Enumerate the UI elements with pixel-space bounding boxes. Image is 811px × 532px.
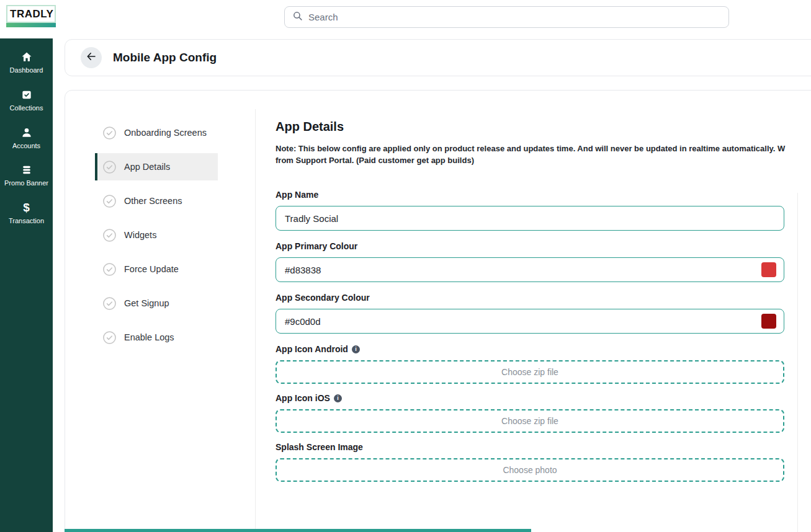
accounts-icon	[20, 126, 33, 139]
check-circle-icon	[102, 262, 117, 277]
steps-form-divider	[255, 109, 256, 532]
check-circle-icon	[102, 160, 117, 174]
search-icon	[292, 11, 303, 24]
step-force-update[interactable]: Force Update	[95, 255, 218, 283]
transaction-icon: $	[23, 202, 30, 214]
app-name-input[interactable]	[276, 206, 784, 231]
back-button[interactable]	[81, 47, 102, 68]
check-circle-icon	[102, 296, 117, 311]
sidebar: Dashboard Collections Accounts P	[0, 38, 53, 532]
config-steps-list: Onboarding Screens App Details Other Scr…	[95, 119, 218, 358]
step-label: Onboarding Screens	[124, 128, 207, 138]
primary-colour-input[interactable]	[276, 257, 784, 282]
primary-colour-swatch[interactable]	[761, 262, 776, 277]
step-app-details[interactable]: App Details	[95, 153, 218, 180]
step-widgets[interactable]: Widgets	[95, 221, 218, 249]
app-icon-android-field: App Icon Android i Choose zip file	[276, 344, 784, 384]
upload-label: Choose zip file	[501, 367, 558, 377]
sidebar-item-dashboard[interactable]: Dashboard	[0, 51, 53, 75]
step-label: Get Signup	[124, 298, 169, 308]
sidebar-item-label: Dashboard	[10, 66, 43, 75]
form-title: App Details	[276, 120, 784, 134]
scrollbar-track[interactable]	[797, 193, 798, 532]
primary-colour-field: App Primary Colour	[276, 241, 784, 282]
search-input[interactable]	[308, 12, 721, 22]
info-icon[interactable]: i	[334, 394, 342, 402]
page-title: Mobile App Config	[113, 51, 217, 64]
secondary-colour-label: App Secondary Colour	[276, 293, 784, 303]
app-icon-ios-upload[interactable]: Choose zip file	[276, 409, 784, 433]
arrow-left-icon	[86, 51, 97, 64]
primary-colour-label: App Primary Colour	[276, 241, 784, 251]
app-icon-android-upload[interactable]: Choose zip file	[276, 360, 784, 384]
splash-screen-label: Splash Screen Image	[276, 442, 363, 452]
topbar: TRADLY	[0, 0, 811, 38]
sidebar-item-promo-banner[interactable]: Promo Banner	[0, 164, 53, 188]
step-onboarding-screens[interactable]: Onboarding Screens	[95, 119, 218, 146]
step-enable-logs[interactable]: Enable Logs	[95, 324, 218, 351]
note-line-1: Note: This below config are applied only…	[276, 143, 811, 154]
tradly-logo: TRADLY	[6, 5, 56, 27]
collections-icon	[20, 89, 33, 101]
app-icon-ios-field: App Icon iOS i Choose zip file	[276, 393, 784, 433]
upload-label: Choose zip file	[501, 416, 558, 426]
splash-screen-upload[interactable]: Choose photo	[276, 458, 784, 482]
check-circle-icon	[102, 126, 117, 140]
sidebar-item-transaction[interactable]: $ Transaction	[0, 202, 53, 226]
splash-screen-field: Splash Screen Image Choose photo	[276, 442, 784, 482]
config-note: Note: This below config are applied only…	[276, 143, 811, 166]
secondary-colour-swatch[interactable]	[761, 314, 776, 329]
sidebar-item-label: Collections	[10, 104, 43, 113]
app-icon-ios-label: App Icon iOS	[276, 393, 330, 403]
check-circle-icon	[102, 330, 117, 345]
app-icon-android-label: App Icon Android	[276, 344, 348, 354]
sidebar-item-label: Promo Banner	[4, 179, 48, 188]
sidebar-item-label: Accounts	[12, 142, 40, 151]
upload-label: Choose photo	[503, 465, 557, 475]
step-label: Other Screens	[124, 196, 182, 206]
search-bar[interactable]	[284, 6, 729, 28]
sidebar-item-collections[interactable]: Collections	[0, 89, 53, 113]
app-name-label: App Name	[276, 190, 784, 200]
home-icon	[20, 51, 33, 63]
step-label: App Details	[124, 162, 170, 172]
note-line-2: from Support Portal. (Paid customer get …	[276, 154, 811, 166]
app-name-field: App Name	[276, 190, 784, 231]
step-label: Widgets	[124, 230, 156, 240]
app-details-form: App Details Note: This below config are …	[276, 120, 784, 491]
promo-banner-icon	[20, 164, 33, 176]
step-label: Enable Logs	[124, 332, 174, 342]
sidebar-item-label: Transaction	[9, 217, 44, 226]
logo-text: TRADLY	[6, 5, 56, 23]
config-card: Onboarding Screens App Details Other Scr…	[65, 90, 811, 532]
step-get-signup[interactable]: Get Signup	[95, 290, 218, 317]
page-header-card: Mobile App Config	[65, 39, 811, 76]
secondary-colour-input[interactable]	[276, 309, 784, 334]
check-circle-icon	[102, 228, 117, 242]
sidebar-item-accounts[interactable]: Accounts	[0, 126, 53, 151]
step-other-screens[interactable]: Other Screens	[95, 187, 218, 215]
step-label: Force Update	[124, 264, 179, 274]
info-icon[interactable]: i	[352, 345, 360, 353]
bottom-strip	[65, 529, 531, 532]
secondary-colour-field: App Secondary Colour	[276, 293, 784, 334]
logo-underline	[6, 23, 56, 27]
check-circle-icon	[102, 194, 117, 208]
